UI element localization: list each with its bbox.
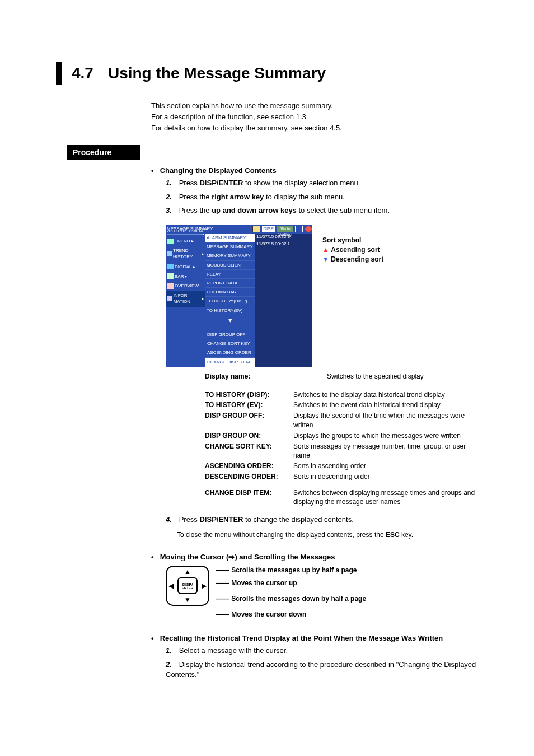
ui-datetime: 2011/07/15 09:38:14: [167, 228, 203, 234]
recall-step-1: 1. Select a message with the cursor.: [166, 646, 492, 656]
menu-trend[interactable]: TREND▸: [166, 236, 205, 246]
bullet-icon: •: [151, 633, 158, 643]
sub-change-sort-key[interactable]: CHANGE SORT KEY: [205, 339, 255, 348]
bar-icon: [167, 273, 174, 279]
subhead-moving-cursor: • Moving the Cursor (➡) and Scrolling th…: [151, 552, 492, 562]
section-title: Using the Message Summary: [108, 62, 326, 84]
desc-sort-row: ▼ Descending sort: [322, 255, 485, 264]
step-2-pre: Press the: [179, 193, 212, 201]
step-3-pre: Press the: [179, 206, 212, 214]
step-3: 3. Press the up and down arrow keys to s…: [166, 206, 492, 216]
subhead-moving-pre: Moving the Cursor (: [160, 553, 229, 561]
disp-group-on-val: Displays the groups to which the message…: [293, 431, 479, 441]
recall-step-2: 2. Display the historical trend accordin…: [166, 660, 492, 680]
header-bar: [56, 62, 62, 85]
dpad-center: DISP/ ENTER: [177, 577, 198, 594]
sub-to-history-disp[interactable]: TO HISTORY(DISP): [205, 297, 255, 306]
step-1-pre: Press: [179, 179, 200, 187]
step-4-note: To close the menu without changing the d…: [177, 530, 492, 540]
asc-order-val: Sorts in ascending order: [293, 461, 479, 471]
steps-changing: 1. Press DISP/ENTER to show the display …: [166, 178, 492, 216]
recall-step-1-text: Select a message with the cursor.: [179, 646, 288, 655]
sub-report-data[interactable]: REPORT DATA: [205, 279, 255, 288]
chevron-down-icon: ▾: [205, 315, 255, 325]
chevron-right-icon: ▸: [185, 273, 187, 279]
step-1: 1. Press DISP/ENTER to show the display …: [166, 178, 492, 188]
sub-change-disp-item[interactable]: CHANGE DISP ITEM: [205, 358, 255, 367]
step-2-num: 2.: [166, 192, 177, 202]
triangle-up-icon: ▲: [184, 567, 191, 577]
triangle-left-icon: ◀: [168, 581, 174, 591]
figure-cursor-pad: ▲ ▼ ◀ ▶ DISP/ ENTER —— Scrolls the messa…: [166, 566, 492, 622]
sub-memory-summary[interactable]: MEMORY SUMMARY: [205, 251, 255, 260]
disp-group-off-val: Displays the second of the time when the…: [293, 411, 479, 430]
section-header: 4.7 Using the Message Summary: [56, 62, 492, 85]
chevron-right-icon: ▸: [202, 296, 204, 302]
menu-overview[interactable]: OVERVIEW: [166, 281, 205, 291]
cursor-labels: —— Scrolls the messages up by half a pag…: [216, 566, 366, 622]
ui-right-col: ⊝ Time Grp 11/07/15 09:32 1 11/07/15 09:…: [255, 225, 312, 367]
intro-block: This section explains how to use the mes…: [151, 101, 492, 134]
disp-group-off-key: DISP GROUP OFF:: [205, 411, 293, 421]
overview-icon: [167, 283, 174, 289]
history-icon: [167, 251, 172, 256]
change-disp-item-val: Switches between displaying message time…: [293, 488, 479, 507]
change-disp-item-key: CHANGE DISP ITEM:: [205, 488, 293, 498]
section-number: 4.7: [72, 62, 93, 84]
step-3-post: to select the sub menu item.: [297, 206, 390, 214]
desc-order-val: Sorts in descending order: [293, 472, 479, 482]
disp-group-on-key: DISP GROUP ON:: [205, 431, 293, 441]
to-history-ev-val: Switches to the event data historical tr…: [293, 400, 479, 410]
disp-enter-key-2: DISP/ENTER: [199, 515, 243, 524]
cursor-lbl-move-up: —— Moves the cursor up: [216, 578, 366, 587]
sub-ascending-order[interactable]: ASCENDING ORDER: [205, 348, 255, 357]
esc-key: ESC: [386, 531, 400, 539]
camera-icon: [295, 226, 303, 232]
recall-step-2-text: Display the historical trend according t…: [166, 660, 476, 679]
dpad-outer: ▲ ▼ ◀ ▶ DISP/ ENTER: [166, 566, 209, 606]
triangle-right-icon: ▶: [202, 581, 207, 591]
sub-relay[interactable]: RELAY: [205, 270, 255, 279]
intro-line-2: For a description of the function, see s…: [151, 112, 492, 122]
figure-display-menu: MESSAGE SUMMARY DISP 58min Waiting 2011/…: [166, 225, 479, 507]
sub-to-history-ev[interactable]: TO HISTORY(EV): [205, 306, 255, 315]
badge-wait: 58min Waiting: [277, 226, 293, 232]
up-down-arrow-keys: up and down arrow keys: [212, 206, 297, 214]
subhead-changing: • Changing the Displayed Contents: [151, 166, 492, 176]
menu-digital[interactable]: DIGITAL▸: [166, 262, 205, 272]
to-history-ev-key: TO HISTORY (EV):: [205, 400, 293, 410]
desc-sort-label: Descending sort: [331, 255, 383, 263]
arrow-right-icon: ➡: [228, 553, 235, 561]
sub-message-summary[interactable]: MESSAGE SUMMARY: [205, 242, 255, 251]
chevron-right-icon: ▸: [191, 238, 194, 244]
to-history-disp-key: TO HISTORY (DISP):: [205, 390, 293, 400]
badge-disp: DISP: [262, 226, 275, 232]
dpad-enter-label: ENTER: [182, 586, 193, 590]
ui-mid-block2: DISP GROUP OFF CHANGE SORT KEY ASCENDING…: [205, 330, 255, 367]
chevron-right-icon: ▸: [202, 251, 204, 257]
menu-bar[interactable]: BAR▸: [166, 272, 205, 281]
recall-step-1-num: 1.: [166, 646, 177, 656]
bullet-icon: •: [151, 166, 158, 176]
sub-alarm-summary[interactable]: ALARM SUMMARY: [205, 234, 255, 242]
clock-icon: [252, 226, 260, 232]
ui-body: ESC TREND▸ TREND HISTORY▸ DIGITAL▸ BAR▸ …: [166, 225, 312, 367]
steps-recalling: 1. Select a message with the cursor. 2. …: [166, 646, 492, 680]
step-2: 2. Press the right arrow key to display …: [166, 192, 492, 202]
step-4: 4. Press DISP/ENTER to change the displa…: [166, 515, 492, 525]
chevron-right-icon: ▸: [193, 264, 195, 270]
sub-column-bar[interactable]: COLUMN BAR: [205, 288, 255, 297]
step-1-num: 1.: [166, 178, 177, 188]
menu-information[interactable]: INFOR- MATION▸: [166, 291, 205, 306]
menu-trend-history[interactable]: TREND HISTORY▸: [166, 246, 205, 262]
to-history-disp-val: Switches to the display data historical …: [293, 390, 479, 400]
sub-disp-group-off[interactable]: DISP GROUP OFF: [205, 330, 255, 339]
sub-modbus-client[interactable]: MODBUS CLIENT: [205, 261, 255, 270]
trend-icon: [167, 239, 174, 244]
asc-order-key: ASCENDING ORDER:: [205, 461, 293, 471]
display-name-key: Display name:: [205, 372, 327, 381]
step-4-pre: Press: [179, 515, 200, 524]
sort-symbol-title: Sort symbol: [322, 236, 485, 245]
disp-enter-key: DISP/ENTER: [199, 179, 243, 187]
triangle-down-icon: ▼: [322, 255, 329, 263]
